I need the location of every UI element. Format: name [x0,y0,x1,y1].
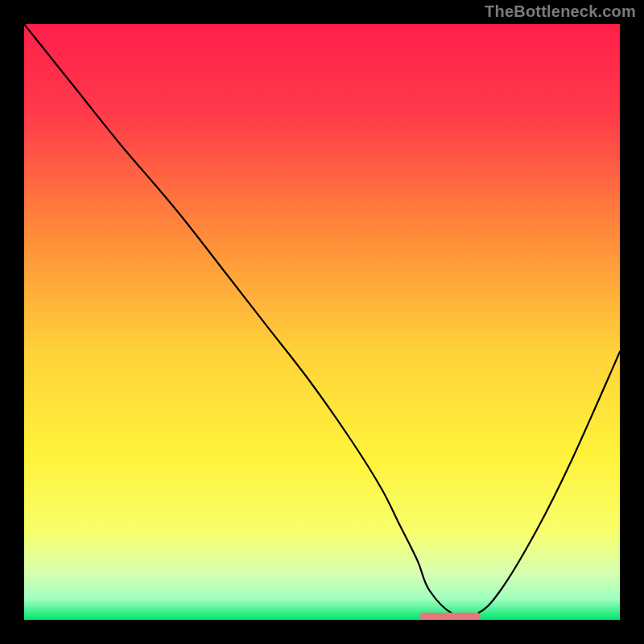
watermark-text: TheBottleneck.com [485,2,636,21]
bottleneck-chart [24,24,620,620]
chart-container [24,24,620,620]
gradient-background [24,24,620,620]
